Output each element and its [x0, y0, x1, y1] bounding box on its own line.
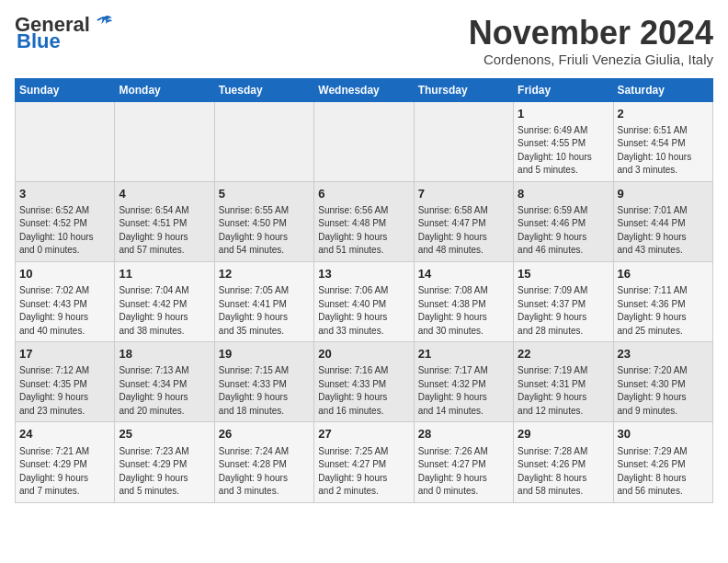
- day-number: 18: [119, 346, 210, 362]
- day-info: Sunrise: 7:09 AM Sunset: 4:37 PM Dayligh…: [518, 284, 609, 338]
- day-info: Sunrise: 7:11 AM Sunset: 4:36 PM Dayligh…: [618, 284, 709, 338]
- day-info: Sunrise: 7:12 AM Sunset: 4:35 PM Dayligh…: [19, 364, 110, 418]
- day-info: Sunrise: 6:52 AM Sunset: 4:52 PM Dayligh…: [19, 204, 110, 258]
- location: Cordenons, Friuli Venezia Giulia, Italy: [469, 52, 713, 67]
- day-info: Sunrise: 7:02 AM Sunset: 4:43 PM Dayligh…: [19, 284, 110, 338]
- weekday-header-saturday: Saturday: [613, 78, 712, 101]
- day-number: 12: [219, 266, 310, 282]
- day-info: Sunrise: 6:58 AM Sunset: 4:47 PM Dayligh…: [418, 204, 509, 258]
- weekday-header-thursday: Thursday: [414, 78, 513, 101]
- day-number: 7: [418, 186, 509, 202]
- calendar-cell: 28Sunrise: 7:26 AM Sunset: 4:27 PM Dayli…: [414, 422, 513, 502]
- calendar-cell: 25Sunrise: 7:23 AM Sunset: 4:29 PM Dayli…: [115, 422, 214, 502]
- day-info: Sunrise: 7:21 AM Sunset: 4:29 PM Dayligh…: [19, 445, 110, 499]
- logo-blue-text: Blue: [17, 31, 61, 52]
- day-number: 24: [19, 426, 110, 442]
- day-number: 14: [418, 266, 509, 282]
- day-info: Sunrise: 7:17 AM Sunset: 4:32 PM Dayligh…: [418, 364, 509, 418]
- day-number: 19: [219, 346, 310, 362]
- day-info: Sunrise: 7:25 AM Sunset: 4:27 PM Dayligh…: [318, 445, 409, 499]
- calendar-cell: 26Sunrise: 7:24 AM Sunset: 4:28 PM Dayli…: [214, 422, 313, 502]
- calendar-cell: 18Sunrise: 7:13 AM Sunset: 4:34 PM Dayli…: [115, 342, 214, 422]
- day-info: Sunrise: 7:04 AM Sunset: 4:42 PM Dayligh…: [119, 284, 210, 338]
- day-info: Sunrise: 6:56 AM Sunset: 4:48 PM Dayligh…: [318, 204, 409, 258]
- day-info: Sunrise: 7:20 AM Sunset: 4:30 PM Dayligh…: [618, 364, 709, 418]
- day-info: Sunrise: 7:13 AM Sunset: 4:34 PM Dayligh…: [119, 364, 210, 418]
- title-block: November 2024 Cordenons, Friuli Venezia …: [469, 15, 713, 67]
- calendar-cell: 30Sunrise: 7:29 AM Sunset: 4:26 PM Dayli…: [613, 422, 712, 502]
- calendar-cell: 2Sunrise: 6:51 AM Sunset: 4:54 PM Daylig…: [613, 101, 712, 181]
- calendar-cell: 6Sunrise: 6:56 AM Sunset: 4:48 PM Daylig…: [314, 181, 414, 261]
- calendar-cell: 22Sunrise: 7:19 AM Sunset: 4:31 PM Dayli…: [514, 342, 613, 422]
- day-number: 2: [618, 106, 709, 122]
- day-info: Sunrise: 6:51 AM Sunset: 4:54 PM Dayligh…: [618, 124, 709, 178]
- calendar-cell: [414, 101, 513, 181]
- day-number: 11: [119, 266, 210, 282]
- calendar-cell: 20Sunrise: 7:16 AM Sunset: 4:33 PM Dayli…: [314, 342, 414, 422]
- day-number: 15: [518, 266, 609, 282]
- calendar-cell: 3Sunrise: 6:52 AM Sunset: 4:52 PM Daylig…: [16, 181, 115, 261]
- calendar-cell: 16Sunrise: 7:11 AM Sunset: 4:36 PM Dayli…: [613, 261, 712, 341]
- day-info: Sunrise: 6:59 AM Sunset: 4:46 PM Dayligh…: [518, 204, 609, 258]
- day-number: 28: [418, 426, 509, 442]
- month-title: November 2024: [469, 15, 713, 52]
- calendar-cell: 12Sunrise: 7:05 AM Sunset: 4:41 PM Dayli…: [214, 261, 313, 341]
- day-info: Sunrise: 7:26 AM Sunset: 4:27 PM Dayligh…: [418, 445, 509, 499]
- day-number: 26: [219, 426, 310, 442]
- calendar-cell: 10Sunrise: 7:02 AM Sunset: 4:43 PM Dayli…: [16, 261, 115, 341]
- day-number: 29: [518, 426, 609, 442]
- day-number: 30: [618, 426, 709, 442]
- day-info: Sunrise: 7:16 AM Sunset: 4:33 PM Dayligh…: [318, 364, 409, 418]
- day-number: 20: [318, 346, 409, 362]
- weekday-header-tuesday: Tuesday: [214, 78, 313, 101]
- day-number: 6: [318, 186, 409, 202]
- logo: General Blue: [15, 15, 114, 52]
- day-info: Sunrise: 7:19 AM Sunset: 4:31 PM Dayligh…: [518, 364, 609, 418]
- page-header: General Blue November 2024 Cordenons, Fr…: [15, 15, 713, 67]
- day-info: Sunrise: 6:55 AM Sunset: 4:50 PM Dayligh…: [219, 204, 310, 258]
- day-number: 25: [119, 426, 210, 442]
- day-info: Sunrise: 7:29 AM Sunset: 4:26 PM Dayligh…: [618, 445, 709, 499]
- calendar-cell: [314, 101, 414, 181]
- calendar-cell: 14Sunrise: 7:08 AM Sunset: 4:38 PM Dayli…: [414, 261, 513, 341]
- calendar-cell: [115, 101, 214, 181]
- day-info: Sunrise: 7:05 AM Sunset: 4:41 PM Dayligh…: [219, 284, 310, 338]
- day-info: Sunrise: 6:49 AM Sunset: 4:55 PM Dayligh…: [518, 124, 609, 178]
- calendar-cell: 23Sunrise: 7:20 AM Sunset: 4:30 PM Dayli…: [613, 342, 712, 422]
- calendar-cell: 9Sunrise: 7:01 AM Sunset: 4:44 PM Daylig…: [613, 181, 712, 261]
- weekday-header-sunday: Sunday: [16, 78, 115, 101]
- day-number: 8: [518, 186, 609, 202]
- day-info: Sunrise: 6:54 AM Sunset: 4:51 PM Dayligh…: [119, 204, 210, 258]
- calendar-cell: 27Sunrise: 7:25 AM Sunset: 4:27 PM Dayli…: [314, 422, 414, 502]
- calendar-cell: 8Sunrise: 6:59 AM Sunset: 4:46 PM Daylig…: [514, 181, 613, 261]
- calendar-cell: 17Sunrise: 7:12 AM Sunset: 4:35 PM Dayli…: [16, 342, 115, 422]
- day-number: 16: [618, 266, 709, 282]
- day-number: 5: [219, 186, 310, 202]
- weekday-header-wednesday: Wednesday: [314, 78, 414, 101]
- day-number: 1: [518, 106, 609, 122]
- calendar-cell: 7Sunrise: 6:58 AM Sunset: 4:47 PM Daylig…: [414, 181, 513, 261]
- day-info: Sunrise: 7:01 AM Sunset: 4:44 PM Dayligh…: [618, 204, 709, 258]
- weekday-header-monday: Monday: [115, 78, 214, 101]
- day-info: Sunrise: 7:23 AM Sunset: 4:29 PM Dayligh…: [119, 445, 210, 499]
- day-info: Sunrise: 7:28 AM Sunset: 4:26 PM Dayligh…: [518, 445, 609, 499]
- calendar-cell: 5Sunrise: 6:55 AM Sunset: 4:50 PM Daylig…: [214, 181, 313, 261]
- calendar-cell: 1Sunrise: 6:49 AM Sunset: 4:55 PM Daylig…: [514, 101, 613, 181]
- day-number: 4: [119, 186, 210, 202]
- calendar-cell: 24Sunrise: 7:21 AM Sunset: 4:29 PM Dayli…: [16, 422, 115, 502]
- day-info: Sunrise: 7:08 AM Sunset: 4:38 PM Dayligh…: [418, 284, 509, 338]
- calendar-cell: 19Sunrise: 7:15 AM Sunset: 4:33 PM Dayli…: [214, 342, 313, 422]
- day-number: 3: [19, 186, 110, 202]
- logo-bird-icon: [94, 15, 114, 31]
- weekday-header-friday: Friday: [514, 78, 613, 101]
- day-number: 23: [618, 346, 709, 362]
- day-number: 17: [19, 346, 110, 362]
- day-number: 9: [618, 186, 709, 202]
- calendar-cell: 13Sunrise: 7:06 AM Sunset: 4:40 PM Dayli…: [314, 261, 414, 341]
- calendar-cell: 15Sunrise: 7:09 AM Sunset: 4:37 PM Dayli…: [514, 261, 613, 341]
- day-info: Sunrise: 7:15 AM Sunset: 4:33 PM Dayligh…: [219, 364, 310, 418]
- calendar-cell: 11Sunrise: 7:04 AM Sunset: 4:42 PM Dayli…: [115, 261, 214, 341]
- calendar-cell: 4Sunrise: 6:54 AM Sunset: 4:51 PM Daylig…: [115, 181, 214, 261]
- day-number: 22: [518, 346, 609, 362]
- calendar-cell: [16, 101, 115, 181]
